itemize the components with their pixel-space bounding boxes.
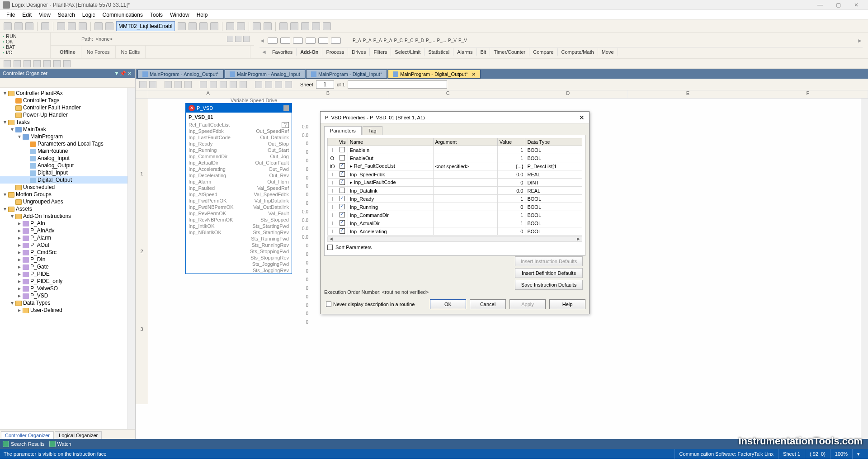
instruction-tag[interactable]: P_VSD_01 (186, 113, 292, 122)
tree-item[interactable]: ▸P_Gate (0, 263, 135, 270)
insert-instruction-defaults-button[interactable]: Insert Instruction Defaults (515, 256, 583, 266)
organizer-dropdown-icon[interactable]: ▼ (113, 71, 120, 76)
palette-item[interactable]: P_A (363, 38, 372, 43)
tb-icon[interactable] (237, 22, 245, 30)
tb2-icon[interactable] (24, 60, 31, 67)
parameter-row[interactable]: I Inp_CommandDir1BOOL (328, 211, 582, 219)
palette-tab-timercounter[interactable]: Timer/Counter (490, 48, 529, 56)
dialog-close-icon[interactable]: ✕ (579, 114, 585, 121)
sb-icon[interactable] (275, 81, 282, 88)
tree-item[interactable]: ▸P_ValveSO (0, 285, 135, 292)
tree-item[interactable]: ▸P_Alarm (0, 234, 135, 241)
palette-tab-favorites[interactable]: Favorites (269, 48, 297, 56)
menu-search[interactable]: Search (54, 11, 79, 19)
palette-item[interactable]: P_... (437, 38, 446, 43)
cut-icon[interactable] (57, 22, 65, 30)
path-icon[interactable] (227, 36, 233, 42)
menu-view[interactable]: View (35, 11, 54, 19)
tree-item[interactable]: ▸P_PIDE (0, 270, 135, 278)
tree-item[interactable]: Analog_Output (0, 162, 135, 169)
tree-item[interactable]: ▾Motion Groups (0, 191, 135, 198)
path-icon[interactable] (243, 36, 250, 42)
palette-icon[interactable] (318, 38, 328, 44)
tree-item[interactable]: ▾MainProgram (0, 133, 135, 140)
vis-checkbox[interactable] (340, 179, 345, 185)
tb2-icon[interactable] (63, 60, 71, 67)
maximize-button[interactable]: ▢ (829, 2, 847, 8)
sort-parameters-checkbox[interactable] (327, 245, 333, 250)
editor-tab[interactable]: MainProgram - Digital_Output*✕ (388, 70, 481, 79)
menu-help[interactable]: Help (193, 11, 212, 19)
tb-icon[interactable] (199, 22, 208, 30)
menu-communications[interactable]: Communications (99, 11, 146, 19)
tree-item[interactable]: ▾Controller PlantPAx (0, 90, 135, 97)
tb-icon[interactable] (189, 22, 197, 30)
palette-item[interactable]: P_A (353, 38, 361, 43)
tree-item[interactable]: Unscheduled (0, 184, 135, 191)
tb-icon[interactable] (301, 22, 309, 30)
parameter-row[interactable]: I Inp_ActualDir1BOOL (328, 219, 582, 227)
sb-icon[interactable] (230, 81, 237, 88)
menu-logic[interactable]: Logic (79, 11, 99, 19)
tb-icon[interactable] (226, 22, 234, 30)
tree-item[interactable]: ▾Tasks (0, 118, 135, 126)
search-results-tab[interactable]: Search Results (3, 441, 45, 447)
tree-item[interactable]: Controller Tags (0, 97, 135, 104)
vis-checkbox[interactable] (340, 196, 345, 201)
palette-icon[interactable] (306, 38, 316, 44)
tree-item[interactable]: ▾Data Types (0, 299, 135, 307)
organizer-close-icon[interactable]: ✕ (126, 71, 132, 76)
tree-item[interactable]: Digital_Input (0, 169, 135, 176)
palette-tab-move[interactable]: Move (598, 48, 618, 56)
palette-tab-process[interactable]: Process (322, 48, 348, 56)
editor-tab[interactable]: MainProgram - Analog_Output* (137, 70, 224, 79)
parameters-table[interactable]: VisNameArgumentValueData Type I EnableIn… (327, 138, 582, 236)
save-icon[interactable] (25, 22, 33, 30)
vis-checkbox[interactable] (340, 171, 345, 177)
tree-item[interactable]: ▸P_AInAdv (0, 227, 135, 234)
sb-icon[interactable] (175, 81, 182, 88)
canvas-scrollbar[interactable] (861, 99, 868, 439)
menu-tools[interactable]: Tools (146, 11, 166, 19)
watch-tab[interactable]: Watch (49, 441, 71, 447)
parameter-row[interactable]: I Inp_Accelerating0BOOL (328, 227, 582, 236)
tab-close-icon[interactable]: ✕ (472, 71, 476, 77)
tree-item[interactable]: Parameters and Local Tags (0, 140, 135, 147)
new-icon[interactable] (4, 22, 12, 30)
palette-tab-filters[interactable]: Filters (370, 48, 391, 56)
parameter-row[interactable]: I Inp_SpeedFdbk0.0REAL (328, 170, 582, 179)
instruction-block[interactable]: ✕ P_VSD P_VSD_01 Ref_FaultCodeList?Inp_S… (185, 103, 292, 274)
palette-icon[interactable] (293, 38, 303, 44)
tree-item[interactable]: ▾Add-On Instructions (0, 212, 135, 220)
paste-icon[interactable] (79, 22, 87, 30)
tree-item[interactable]: ▾Assets (0, 205, 135, 212)
parameter-row[interactable]: I Inp_Running0BOOL (328, 203, 582, 211)
tb-icon[interactable] (323, 22, 331, 30)
tree-item[interactable]: ▸P_PIDE_only (0, 278, 135, 285)
vis-checkbox[interactable] (340, 155, 345, 160)
organizer-tree[interactable]: ▾Controller PlantPAxController TagsContr… (0, 88, 135, 429)
edits-status[interactable]: No Edits (116, 46, 146, 58)
close-button[interactable]: ✕ (847, 2, 865, 8)
redo-icon[interactable] (105, 22, 113, 30)
palette-item[interactable]: P_C (405, 38, 413, 43)
sb-icon[interactable] (210, 81, 217, 88)
vis-checkbox[interactable] (340, 228, 345, 234)
tab-parameters[interactable]: Parameters (324, 126, 362, 135)
palette-item[interactable]: P_V (458, 38, 467, 43)
palette-icon[interactable] (331, 38, 341, 44)
sb-icon[interactable] (184, 81, 192, 88)
help-button[interactable]: Help (549, 299, 585, 309)
tab-logical-organizer[interactable]: Logical Organizer (55, 431, 102, 439)
sheet-name-input[interactable] (348, 80, 447, 89)
palette-item[interactable]: P_... (426, 38, 435, 43)
sb-icon[interactable] (285, 81, 292, 88)
tb-icon[interactable] (279, 22, 288, 30)
tb2-icon[interactable] (14, 60, 21, 67)
parameter-row[interactable]: I▸ Inp_LastFaultCode0DINT (328, 179, 582, 187)
sb-icon[interactable] (200, 81, 207, 88)
sb-icon[interactable] (255, 81, 262, 88)
tb2-icon[interactable] (4, 60, 11, 67)
parameter-row[interactable]: I EnableIn1BOOL (328, 146, 582, 154)
minimize-button[interactable]: — (811, 2, 829, 8)
